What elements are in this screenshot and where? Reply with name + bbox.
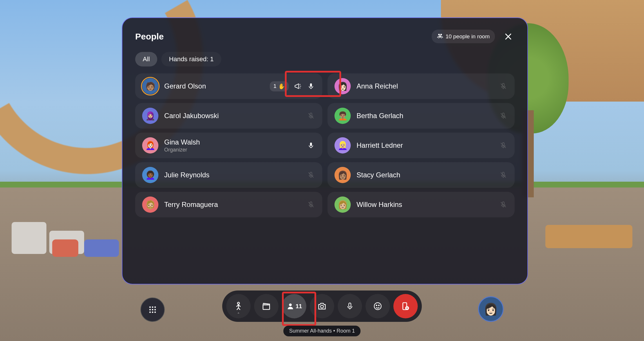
avatar: 🧑🏽‍🦱: [334, 108, 351, 124]
room-tooltip-label: Summer All-hands • Room 1: [289, 328, 355, 334]
bottom-toolbar: ⌃ 11: [222, 291, 422, 322]
avatar: 👱🏼‍♀️: [334, 137, 351, 154]
name-block: Bertha Gerlach: [357, 112, 493, 120]
person-row[interactable]: 👩🏻Anna Reichel: [328, 73, 515, 99]
name-block: Harriett Ledner: [357, 141, 493, 149]
svg-point-27: [376, 305, 377, 306]
person-name: Bertha Gerlach: [357, 112, 493, 120]
mic-muted-icon[interactable]: [307, 111, 315, 120]
name-block: Carol Jakubowski: [164, 112, 301, 120]
filter-tabs: All Hands raised: 1: [135, 52, 515, 66]
tab-hands-label: Hands raised: 1: [169, 55, 214, 63]
avatar: 👩🏼: [334, 196, 351, 213]
people-count: 11: [296, 303, 302, 310]
name-block: Anna Reichel: [357, 82, 493, 90]
screenshare-button[interactable]: [254, 294, 278, 318]
mic-muted-icon[interactable]: [499, 171, 508, 179]
row-icons: [499, 171, 508, 179]
room-tooltip: Summer All-hands • Room 1: [283, 326, 361, 336]
grid-icon: [148, 305, 157, 314]
person-name: Carol Jakubowski: [164, 112, 301, 120]
mic-muted-icon[interactable]: [499, 82, 508, 91]
person-row[interactable]: 👩🏼Willow Harkins: [328, 192, 515, 217]
person-name: Terry Romaguera: [164, 201, 301, 209]
megaphone-icon[interactable]: [293, 82, 302, 91]
svg-point-0: [438, 34, 440, 36]
person-row[interactable]: 👩🏻‍🦰Gina WalshOrganizer: [135, 133, 322, 158]
close-icon: [504, 32, 513, 41]
svg-rect-7: [310, 142, 312, 146]
mic-on-icon[interactable]: [307, 82, 315, 91]
clapper-icon: [261, 301, 271, 311]
person-row[interactable]: 🧑🏽‍🦱Bertha Gerlach: [328, 103, 515, 129]
svg-point-14: [152, 306, 153, 308]
mic-button[interactable]: [338, 294, 362, 318]
mic-muted-icon[interactable]: [307, 171, 315, 179]
menu-button[interactable]: [140, 297, 165, 322]
name-block: Gerard Olson: [164, 82, 264, 90]
person-name: Gerard Olson: [164, 82, 264, 90]
person-row[interactable]: 🧑🏽Gerard Olson1✋: [135, 73, 322, 99]
tab-all[interactable]: All: [135, 52, 157, 66]
room-count-label: 10 people in room: [446, 33, 490, 40]
name-block: Willow Harkins: [357, 201, 493, 209]
avatar: 👩🏽: [334, 167, 351, 183]
hand-raised-badge[interactable]: 1✋: [270, 81, 289, 91]
person-row[interactable]: 🧕🏼Carol Jakubowski: [135, 103, 322, 129]
person-name: Willow Harkins: [357, 201, 493, 209]
smiley-icon: [373, 302, 382, 311]
people-button[interactable]: 11: [282, 294, 306, 318]
mic-muted-icon[interactable]: [499, 141, 508, 150]
mic-on-icon[interactable]: [307, 141, 315, 150]
leave-button[interactable]: [393, 294, 418, 318]
people-panel: People 10 people in room All Hands raise…: [122, 17, 528, 284]
svg-point-20: [152, 311, 153, 313]
row-icons: [307, 111, 315, 120]
person-row[interactable]: 🧔🏼Terry Romaguera: [135, 192, 322, 217]
svg-rect-25: [349, 303, 351, 307]
person-name: Anna Reichel: [357, 82, 493, 90]
svg-point-28: [379, 305, 379, 306]
name-block: Gina WalshOrganizer: [164, 138, 301, 153]
svg-point-19: [149, 311, 151, 313]
avatar-emoji: 👩🏻: [484, 302, 498, 316]
svg-point-26: [374, 303, 381, 310]
tab-hands-raised[interactable]: Hands raised: 1: [161, 52, 221, 66]
row-icons: [307, 200, 315, 209]
avatar: 🧑🏽: [142, 78, 158, 94]
person-name: Julie Reynolds: [164, 171, 301, 179]
person-icon: [286, 302, 294, 310]
person-row[interactable]: 👩🏾‍🦱Julie Reynolds: [135, 162, 322, 188]
name-block: Stacy Gerlach: [357, 171, 493, 179]
travel-button[interactable]: ⌃: [226, 294, 251, 318]
close-button[interactable]: [502, 30, 515, 43]
person-name: Gina Walsh: [164, 138, 301, 146]
person-subtitle: Organizer: [164, 147, 301, 153]
panel-header: People 10 people in room: [135, 30, 515, 43]
avatar: 👩🏻: [334, 78, 351, 94]
svg-point-23: [289, 304, 292, 306]
mic-muted-icon[interactable]: [307, 200, 315, 209]
background-bench: [545, 225, 632, 248]
svg-point-15: [154, 306, 156, 308]
person-name: Harriett Ledner: [357, 141, 493, 149]
mic-muted-icon[interactable]: [499, 111, 508, 120]
avatar: 🧔🏼: [142, 196, 158, 213]
room-count-badge[interactable]: 10 people in room: [432, 30, 495, 43]
avatar: 🧕🏼: [142, 108, 158, 124]
self-avatar[interactable]: 👩🏻: [478, 296, 504, 322]
svg-point-13: [149, 306, 151, 308]
svg-point-21: [154, 311, 156, 313]
camera-button[interactable]: [310, 294, 334, 318]
camera-icon: [317, 301, 327, 311]
mic-muted-icon[interactable]: [499, 200, 508, 209]
row-icons: [499, 111, 508, 120]
hand-number: 1: [273, 83, 276, 89]
row-icons: [499, 141, 508, 150]
svg-point-1: [440, 34, 442, 36]
row-icons: 1✋: [270, 81, 315, 91]
svg-point-16: [149, 309, 151, 311]
person-row[interactable]: 👱🏼‍♀️Harriett Ledner: [328, 133, 515, 158]
emoji-button[interactable]: [366, 294, 390, 318]
person-row[interactable]: 👩🏽Stacy Gerlach: [328, 162, 515, 188]
